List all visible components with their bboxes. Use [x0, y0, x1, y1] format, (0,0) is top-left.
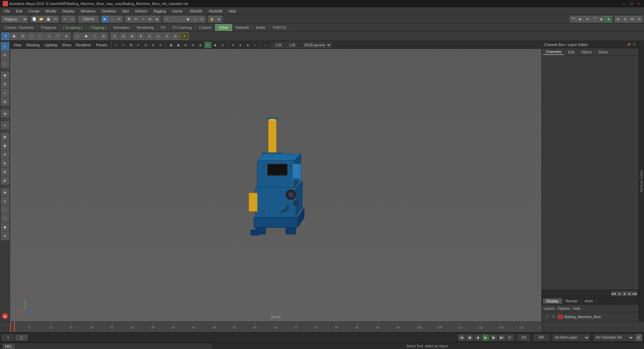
- nav-next[interactable]: ▶: [627, 291, 632, 296]
- play-forward-btn[interactable]: ▶: [482, 335, 489, 341]
- vp-value2[interactable]: [286, 42, 298, 48]
- tab-channels[interactable]: Channels: [543, 49, 564, 55]
- mode-dropdown[interactable]: Rigging Animation Modeling: [1, 16, 28, 22]
- tab-rigging[interactable]: [ Rigging ]: [86, 24, 110, 31]
- script-input[interactable]: [16, 344, 212, 349]
- save-as-btn[interactable]: SA: [52, 16, 59, 22]
- ipr-render[interactable]: ▶: [577, 16, 584, 22]
- left-extra2[interactable]: ◎: [1, 197, 9, 205]
- snap-live[interactable]: ⊡: [199, 16, 205, 22]
- menu-deform[interactable]: Deform: [132, 8, 150, 14]
- vp-mode4[interactable]: ◌: [252, 42, 259, 48]
- redo-btn[interactable]: ↪: [69, 16, 75, 22]
- sub-paint13[interactable]: ⊟: [119, 33, 127, 40]
- sub-paint17[interactable]: ⊙: [154, 33, 162, 40]
- sub-paint14[interactable]: ⊠: [128, 33, 136, 40]
- left-extra1[interactable]: ◉: [1, 188, 9, 196]
- panel-close-btn[interactable]: ✕: [632, 42, 637, 47]
- view-menu[interactable]: View: [11, 42, 23, 48]
- sub-paint1[interactable]: ◉: [10, 33, 18, 40]
- tab-custom[interactable]: Custom: [196, 24, 215, 31]
- options-option[interactable]: Options: [557, 306, 570, 310]
- layers-option[interactable]: Layers: [544, 306, 555, 310]
- nav-prev[interactable]: ◀: [622, 291, 627, 296]
- char-set-options[interactable]: ⚙: [635, 334, 642, 341]
- vp-display4[interactable]: ⊟: [190, 42, 197, 48]
- vp-cam-btn[interactable]: 📷: [128, 42, 135, 48]
- vp-display1[interactable]: ▦: [168, 42, 174, 48]
- vp-select-btn[interactable]: ↖: [113, 42, 120, 48]
- menu-3dtosll[interactable]: -3DtoAll-: [186, 8, 206, 14]
- show-manip[interactable]: ●: [1, 121, 9, 129]
- colorspace-dropdown[interactable]: sRGB gamma Linear: [302, 42, 332, 48]
- menu-cache[interactable]: Cache: [169, 8, 185, 14]
- sub-paint19[interactable]: ⊛: [172, 33, 180, 40]
- tab-fxcaching[interactable]: FX Caching: [169, 24, 195, 31]
- sub-paint4[interactable]: ↑↓: [36, 33, 44, 40]
- tab-curves-surfaces[interactable]: Curves / Surfaces: [1, 24, 38, 31]
- tab-xgen[interactable]: XGen: [215, 24, 232, 31]
- tab-turtle[interactable]: TURTLE: [269, 24, 290, 31]
- tb-icon2[interactable]: ⊟: [622, 16, 629, 22]
- layer-row[interactable]: V P Bailing_Machine_Blue: [543, 313, 637, 320]
- sub-paint9[interactable]: ⬢: [82, 33, 90, 40]
- shading-menu[interactable]: Shading: [24, 42, 42, 48]
- go-end-btn[interactable]: ▶|: [498, 335, 505, 341]
- render-view[interactable]: 📷: [570, 16, 577, 22]
- layer-render-tab[interactable]: Render: [562, 298, 581, 304]
- vp-display3[interactable]: ⊞: [182, 42, 189, 48]
- vp-value1[interactable]: [273, 42, 285, 48]
- left-extra3[interactable]: ◌: [1, 206, 9, 214]
- tab-bullet[interactable]: Bullet: [253, 24, 269, 31]
- snap-curve[interactable]: ⌒: [170, 16, 177, 22]
- left-extra6[interactable]: ◈: [1, 232, 9, 240]
- left-group4[interactable]: ▥: [1, 159, 9, 167]
- nav-first[interactable]: ◀◀: [611, 291, 616, 296]
- paint-select[interactable]: ✏: [116, 16, 122, 22]
- vp-paint-btn[interactable]: ✏: [120, 42, 127, 48]
- panel-pin-btn[interactable]: 📌: [626, 42, 631, 47]
- menu-file[interactable]: File: [1, 8, 13, 14]
- vp-display5[interactable]: ⊠: [197, 42, 204, 48]
- hypershade[interactable]: ◉: [598, 16, 605, 22]
- rotate-left[interactable]: ⟳: [1, 80, 9, 88]
- universal-tool[interactable]: ⊕: [147, 16, 153, 22]
- vp-display6[interactable]: ⊡: [205, 42, 211, 48]
- vp-mode5[interactable]: ⊥: [262, 42, 269, 48]
- timeline-playhead[interactable]: [10, 322, 11, 332]
- panels-menu[interactable]: Panels: [94, 42, 109, 48]
- left-extra4[interactable]: ◻: [1, 214, 9, 222]
- render-globals[interactable]: ◈: [605, 16, 612, 22]
- tab-sculpting[interactable]: [ Sculpting ]: [60, 24, 86, 31]
- snap-grid[interactable]: #: [163, 16, 170, 22]
- lasso-tool[interactable]: ◌: [109, 16, 115, 22]
- vp-mode2[interactable]: ⊚: [237, 42, 244, 48]
- tb-icon4[interactable]: ⊡: [636, 16, 643, 22]
- loop-btn[interactable]: ↻: [506, 335, 513, 341]
- menu-skeleton[interactable]: Skeleton: [99, 8, 119, 14]
- tb-icon3[interactable]: ⊠: [629, 16, 636, 22]
- char-set-dropdown[interactable]: No Character Set: [594, 335, 634, 341]
- frame-current-input[interactable]: [15, 335, 28, 341]
- move-left[interactable]: ✚: [1, 71, 9, 80]
- range-end-input[interactable]: [518, 335, 530, 341]
- layer-visibility[interactable]: V: [544, 314, 550, 319]
- move-tool[interactable]: ✚: [125, 16, 132, 22]
- tab-fx[interactable]: FX: [157, 24, 169, 31]
- soft-select-left[interactable]: ◈: [1, 109, 9, 117]
- universal-left[interactable]: ⊕: [1, 98, 9, 106]
- close-button[interactable]: ✕: [636, 1, 641, 6]
- sub-paint7[interactable]: ⊕: [62, 33, 70, 40]
- sub-paint11[interactable]: ⊞: [100, 33, 108, 40]
- tab-rendering[interactable]: Rendering: [133, 24, 158, 31]
- menu-edit[interactable]: Edit: [13, 8, 25, 14]
- vp-display2[interactable]: ▣: [175, 42, 182, 48]
- left-extra5[interactable]: ◼: [1, 223, 9, 231]
- menu-skin[interactable]: Skin: [119, 8, 132, 14]
- sub-paint15[interactable]: ⊗: [137, 33, 145, 40]
- render-settings[interactable]: ⚙: [584, 16, 591, 22]
- vp-rot-btn[interactable]: ⟳: [135, 42, 142, 48]
- left-group5[interactable]: ▤: [1, 168, 9, 176]
- layer-playback[interactable]: P: [551, 314, 556, 319]
- tab-edit[interactable]: Edit: [565, 49, 577, 55]
